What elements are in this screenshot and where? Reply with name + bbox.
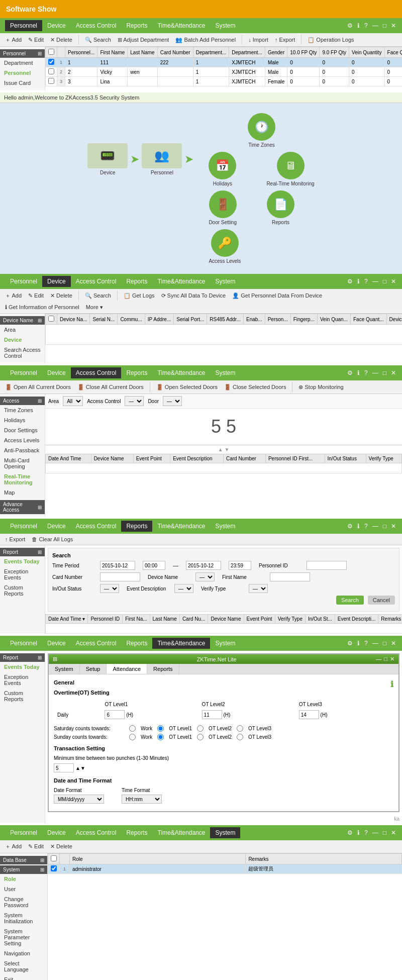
date-format-select[interactable]: MM/dd/yyyy <box>54 795 104 804</box>
ta-close-icon[interactable]: ✕ <box>390 656 394 662</box>
sync-all-btn[interactable]: ⟳ Sync All Data To Device <box>159 291 228 300</box>
sat-ot3-radio[interactable] <box>237 725 243 732</box>
card-number-input[interactable] <box>100 572 140 581</box>
stop-monitoring-btn[interactable]: ⊗ Stop Monitoring <box>296 383 345 391</box>
get-info-btn[interactable]: ℹ Get Information of Personnel <box>3 303 81 312</box>
sidebar-item-realtime[interactable]: Real-Time Monitoring <box>0 471 45 487</box>
export-btn[interactable]: ↑ Export <box>3 535 27 543</box>
maximize-icon[interactable]: □ <box>382 639 387 648</box>
row-checkbox[interactable] <box>51 865 57 871</box>
nav-ta[interactable]: Time&Attendance <box>152 276 210 287</box>
nav-reports[interactable]: Reports <box>121 521 152 532</box>
ta-nav-reports[interactable]: Reports <box>147 664 179 674</box>
sidebar-item-department[interactable]: Department <box>0 58 45 68</box>
info-icon[interactable]: ℹ <box>356 368 361 377</box>
nav-ta[interactable]: Time&Attendance <box>152 638 210 649</box>
nav-system[interactable]: System <box>210 276 240 287</box>
time-format-select[interactable]: HH:mm <box>122 795 162 804</box>
table-row[interactable]: 1 1 111 222 1 XJMTECH Male 0 0 0 0 <box>46 58 403 67</box>
min-time-input[interactable] <box>54 763 74 772</box>
date-from-input[interactable] <box>100 561 135 570</box>
nav-access-control[interactable]: Access Control <box>71 367 122 378</box>
maximize-icon[interactable]: □ <box>382 21 387 30</box>
sat-ot2-radio[interactable] <box>197 725 204 732</box>
daily-ot3-input[interactable] <box>299 710 319 719</box>
settings-icon[interactable]: ⚙ <box>346 828 354 837</box>
edit-btn[interactable]: ✎ Edit <box>26 842 46 851</box>
event-desc-select[interactable]: — <box>174 584 193 593</box>
export-btn[interactable]: ↑ Export <box>273 36 297 44</box>
sun-ot3-radio[interactable] <box>237 734 243 740</box>
maximize-icon[interactable]: □ <box>382 828 387 837</box>
nav-access-control[interactable]: Access Control <box>71 827 122 838</box>
nav-personnel[interactable]: Personnel <box>5 827 42 838</box>
nav-device[interactable]: Device <box>42 367 71 378</box>
close-icon[interactable]: ✕ <box>390 21 397 30</box>
sat-work-radio[interactable] <box>129 725 136 732</box>
delete-btn[interactable]: ✕ Delete <box>48 291 74 300</box>
operation-logs-btn[interactable]: 📋 Operation Logs <box>306 36 356 44</box>
help-icon[interactable]: ? <box>363 21 369 30</box>
minimize-icon[interactable]: — <box>371 522 379 531</box>
sidebar-item-events-today[interactable]: Events Today <box>0 556 45 566</box>
nav-access-control[interactable]: Access Control <box>71 276 122 287</box>
system-sidebar-header[interactable]: System ⊞ <box>0 865 47 874</box>
nav-system[interactable]: System <box>210 827 240 838</box>
personnel-sidebar-header[interactable]: Personnel ⊞ <box>0 49 45 58</box>
get-personnel-btn[interactable]: 👤 Get Personnel Data From Device <box>230 291 324 300</box>
minimize-icon[interactable]: — <box>371 828 379 837</box>
nav-device[interactable]: Device <box>42 276 71 287</box>
nav-personnel[interactable]: Personnel <box>5 638 42 649</box>
device-name-select[interactable]: — <box>195 572 215 581</box>
daily-ot2-input[interactable] <box>202 710 222 719</box>
minimize-icon[interactable]: — <box>371 639 379 648</box>
info-icon[interactable]: ℹ <box>356 828 361 837</box>
nav-access-control[interactable]: Access Control <box>71 638 122 649</box>
daily-ot1-input[interactable] <box>105 710 125 719</box>
minimize-icon[interactable]: — <box>371 21 379 30</box>
first-name-input[interactable] <box>270 572 310 581</box>
close-all-doors-btn[interactable]: 🚪 Close All Current Doors <box>75 383 146 391</box>
edit-btn[interactable]: ✎ Edit <box>26 36 46 44</box>
sidebar-item-custom[interactable]: Custom Reports <box>0 688 45 704</box>
nav-access-control[interactable]: Access Control <box>71 521 122 532</box>
row-checkbox[interactable] <box>48 78 54 84</box>
minimize-icon[interactable]: — <box>371 277 379 286</box>
add-btn[interactable]: ＋ Add <box>3 842 24 851</box>
import-btn[interactable]: ↓ Import <box>246 36 270 44</box>
nav-system[interactable]: System <box>210 521 240 532</box>
sidebar-item-map[interactable]: Map <box>0 487 45 498</box>
add-btn[interactable]: ＋ Add <box>3 291 24 301</box>
advance-sidebar-header[interactable]: Advance Access ⊞ <box>0 500 45 514</box>
info-icon[interactable]: ℹ <box>356 21 361 30</box>
nav-ta[interactable]: Time&Attendance <box>152 367 210 378</box>
close-selected-btn[interactable]: 🚪 Close Selected Doors <box>222 383 288 391</box>
access-sidebar-header[interactable]: Access ⊞ <box>0 397 45 405</box>
clear-logs-btn[interactable]: 🗑 Clear All Logs <box>30 535 75 543</box>
nav-personnel[interactable]: Personnel <box>5 276 42 287</box>
maximize-icon[interactable]: □ <box>382 522 387 531</box>
open-all-doors-btn[interactable]: 🚪 Open All Current Doors <box>3 383 73 391</box>
nav-reports[interactable]: Reports <box>121 638 152 649</box>
row-checkbox[interactable] <box>48 68 54 74</box>
nav-ta[interactable]: Time&Attendance <box>152 827 210 838</box>
sidebar-item-language[interactable]: Select Language <box>0 958 47 974</box>
close-icon[interactable]: ✕ <box>390 368 397 377</box>
nav-personnel[interactable]: Personnel <box>5 367 42 378</box>
sidebar-item-events-today[interactable]: Events Today <box>0 662 45 672</box>
select-all-checkbox[interactable] <box>48 49 54 55</box>
info-icon[interactable]: ℹ <box>356 639 361 648</box>
nav-reports[interactable]: Reports <box>121 276 152 287</box>
batch-add-btn[interactable]: 👥 Batch Add Personnel <box>173 36 238 44</box>
device-sidebar-header[interactable]: Device Name ⊞ <box>0 316 45 325</box>
nav-personnel[interactable]: Personnel <box>5 521 42 532</box>
settings-icon[interactable]: ⚙ <box>346 368 354 377</box>
settings-icon[interactable]: ⚙ <box>346 639 354 648</box>
sidebar-item-exception[interactable]: Exception Events <box>0 672 45 688</box>
sun-ot1-radio[interactable] <box>157 734 164 740</box>
settings-icon[interactable]: ⚙ <box>346 21 354 30</box>
nav-access-control[interactable]: Access Control <box>71 20 122 31</box>
close-icon[interactable]: ✕ <box>390 277 397 286</box>
add-btn[interactable]: ＋ Add <box>3 35 24 45</box>
sun-ot2-radio[interactable] <box>197 734 204 740</box>
